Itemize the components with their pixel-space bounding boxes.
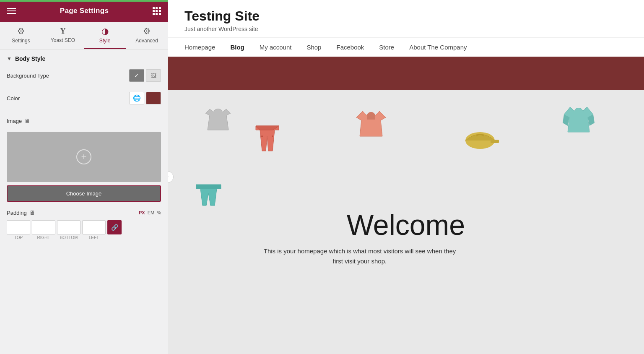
- tab-yoast-label: Yoast SEO: [51, 37, 75, 43]
- choose-image-button[interactable]: Choose Image: [7, 185, 161, 202]
- top-label: TOP: [7, 235, 30, 240]
- teal-shorts-illustration: [193, 182, 224, 218]
- right-label: RIGHT: [32, 235, 55, 240]
- image-type-icon: 🖼: [151, 73, 156, 79]
- image-label-group: Image 🖥: [7, 117, 30, 124]
- nav-item-about[interactable]: About The Company: [409, 44, 467, 51]
- tab-yoast-seo[interactable]: Y Yoast SEO: [42, 22, 84, 49]
- panel-content: Background Type ✓ 🖼 Color 🌐 Image 🖥: [0, 68, 168, 354]
- background-type-image-btn[interactable]: 🖼: [146, 69, 161, 82]
- collapse-arrow-icon: ▼: [7, 56, 12, 62]
- left-panel: Page Settings ⚙ Settings Y Yoast SEO ◑ S…: [0, 0, 168, 354]
- nav-item-blog[interactable]: Blog: [230, 44, 244, 51]
- padding-label-group: Padding 🖥: [7, 209, 35, 216]
- padding-top-input[interactable]: [7, 220, 30, 234]
- grid-icon[interactable]: [153, 7, 161, 15]
- background-type-row: Background Type ✓ 🖼: [7, 68, 161, 83]
- tab-settings[interactable]: ⚙ Settings: [0, 22, 42, 49]
- svg-point-1: [272, 135, 273, 137]
- background-type-controls: ✓ 🖼: [129, 69, 161, 82]
- add-image-icon: +: [76, 149, 91, 164]
- tab-advanced-label: Advanced: [135, 38, 158, 44]
- gray-shirt-illustration: [201, 103, 235, 143]
- tab-settings-label: Settings: [12, 38, 30, 44]
- nav-item-store[interactable]: Store: [379, 44, 394, 51]
- image-row: Image 🖥: [7, 113, 161, 128]
- panel-header: Page Settings: [0, 0, 168, 22]
- image-label: Image: [7, 118, 22, 124]
- welcome-subtitle: This is your homepage which is what most…: [259, 246, 460, 266]
- welcome-title: Welcome: [259, 208, 553, 241]
- nav-item-facebook[interactable]: Facebook: [336, 44, 364, 51]
- nav-item-homepage[interactable]: Homepage: [184, 44, 215, 51]
- body-style-section-header[interactable]: ▼ Body Style: [0, 49, 168, 68]
- tab-style[interactable]: ◑ Style: [84, 22, 126, 49]
- nav-item-myaccount[interactable]: My account: [260, 44, 292, 51]
- color-global-btn[interactable]: 🌐: [129, 92, 144, 104]
- padding-monitor-icon: 🖥: [29, 209, 35, 216]
- nav-item-shop[interactable]: Shop: [306, 44, 321, 51]
- yoast-tab-icon: Y: [60, 27, 66, 35]
- color-controls: 🌐: [129, 92, 161, 104]
- background-type-label: Background Type: [7, 73, 49, 79]
- padding-unit-px[interactable]: PX: [139, 210, 145, 215]
- site-nav: Homepage Blog My account Shop Facebook S…: [168, 37, 644, 57]
- yellow-cap-illustration: [461, 124, 499, 159]
- padding-left-input[interactable]: [82, 220, 106, 234]
- color-row: Color 🌐: [7, 91, 161, 106]
- padding-label-row: Padding 🖥 PX EM %: [7, 209, 161, 216]
- padding-inputs-row: 🔗: [7, 220, 161, 234]
- tabs-row: ⚙ Settings Y Yoast SEO ◑ Style ⚙ Advance…: [0, 22, 168, 49]
- checkmark-icon: ✓: [134, 72, 139, 79]
- image-upload-area[interactable]: +: [7, 132, 161, 182]
- svg-point-0: [261, 135, 263, 137]
- color-swatch[interactable]: [146, 92, 161, 104]
- salmon-pants-illustration: [252, 124, 283, 164]
- padding-units: PX EM %: [139, 210, 161, 215]
- color-label: Color: [7, 95, 20, 102]
- content-area: Welcome This is your homepage which is w…: [168, 90, 644, 354]
- svg-rect-3: [491, 140, 499, 143]
- style-tab-icon: ◑: [101, 27, 109, 35]
- tab-style-label: Style: [99, 38, 111, 44]
- advanced-tab-icon: ⚙: [143, 27, 151, 35]
- salmon-tshirt-illustration: [352, 107, 390, 148]
- hamburger-icon[interactable]: [7, 8, 16, 14]
- padding-labels-row: TOP RIGHT BOTTOM LEFT: [7, 235, 161, 240]
- teal-shirt-illustration: [562, 103, 595, 143]
- section-title: Body Style: [15, 55, 45, 62]
- background-type-solid-btn[interactable]: ✓: [129, 69, 144, 82]
- right-panel: ‹ Testing Site Just another WordPress si…: [168, 0, 644, 354]
- site-header: Testing Site Just another WordPress site: [168, 0, 644, 37]
- hero-banner: [168, 57, 644, 90]
- padding-right-input[interactable]: [32, 220, 55, 234]
- tab-advanced[interactable]: ⚙ Advanced: [126, 22, 168, 49]
- padding-link-button[interactable]: 🔗: [107, 220, 122, 234]
- panel-title: Page Settings: [60, 7, 109, 15]
- site-title: Testing Site: [184, 8, 627, 24]
- left-label: LEFT: [82, 235, 106, 240]
- clothing-items: Welcome This is your homepage which is w…: [184, 99, 627, 233]
- settings-tab-icon: ⚙: [17, 27, 25, 35]
- padding-unit-percent[interactable]: %: [157, 210, 161, 215]
- padding-bottom-input[interactable]: [57, 220, 80, 234]
- bottom-label: BOTTOM: [57, 235, 80, 240]
- monitor-icon: 🖥: [24, 117, 30, 124]
- padding-label: Padding: [7, 210, 27, 216]
- welcome-section: Welcome This is your homepage which is w…: [259, 208, 553, 266]
- site-tagline: Just another WordPress site: [184, 26, 627, 32]
- padding-unit-em[interactable]: EM: [148, 210, 155, 215]
